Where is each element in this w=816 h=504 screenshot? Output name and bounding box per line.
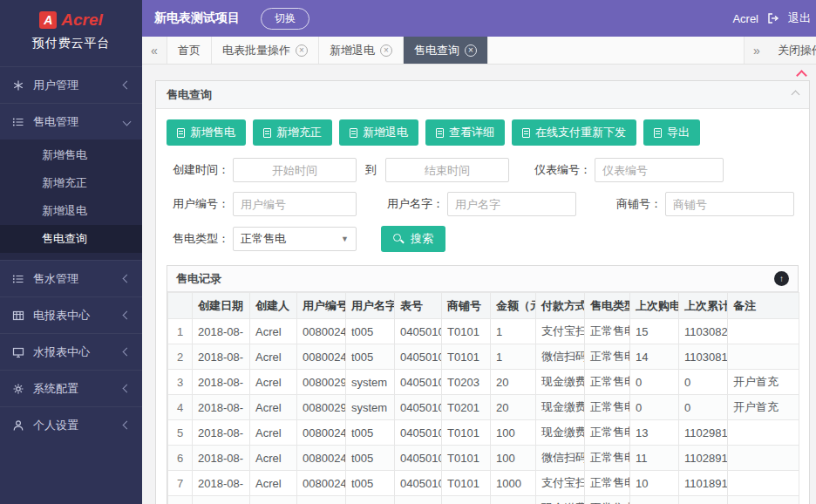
tabs-scroll-right-button[interactable]: »: [744, 37, 769, 64]
table-row[interactable]: 52018-08-Acrel0080024t0050405010T0101100…: [168, 420, 799, 446]
close-tab-icon[interactable]: ×: [296, 44, 308, 57]
sidebar-item-label: 用户管理: [33, 78, 124, 93]
table-row[interactable]: 62018-08-Acrel0080024t0050405010T0101100…: [168, 446, 799, 471]
table-cell: 0405010: [395, 471, 442, 496]
sidebar-item-sale-management[interactable]: 售电管理: [0, 103, 142, 140]
column-header: 用户名字: [346, 293, 395, 319]
table-cell: t005: [346, 496, 395, 504]
sidebar-subitem-new-recharge[interactable]: 新增充正: [0, 169, 142, 197]
table-cell: t005: [346, 471, 395, 496]
table-row[interactable]: 72018-08-Acrel0080024t0050405010T0101100…: [168, 471, 799, 496]
records-title: 售电记录: [176, 271, 774, 287]
column-header: 备注: [728, 293, 799, 319]
table-cell: 0405010: [395, 446, 442, 471]
new-refund-button[interactable]: 新增退电: [339, 119, 418, 146]
new-sale-button[interactable]: 新增售电: [167, 119, 246, 146]
sidebar-item-electric-report-center[interactable]: 电报表中心: [0, 296, 142, 333]
switch-project-button[interactable]: 切换: [261, 8, 309, 30]
table-cell: Acrel: [250, 319, 297, 344]
sidebar-subitem-new-refund[interactable]: 新增退电: [0, 197, 142, 225]
collapse-panel-icon[interactable]: [792, 91, 800, 99]
online-pay-resend-button[interactable]: 在线支付重新下发: [512, 119, 636, 146]
logout-icon[interactable]: [767, 12, 779, 24]
app-window: A Acrel 预付费云平台 用户管理 售电管理 新增售电: [0, 0, 816, 504]
tab-new-refund[interactable]: 新增退电 ×: [319, 37, 404, 64]
monitor-icon: [12, 346, 33, 358]
acrel-logo-icon: A: [39, 11, 57, 29]
end-time-input[interactable]: [385, 158, 509, 182]
table-cell: 2018-08-: [193, 471, 250, 496]
table-cell: 2018-08-: [193, 395, 250, 420]
table-cell: Acrel: [250, 420, 297, 446]
scroll-top-icon[interactable]: ↑: [774, 271, 789, 286]
caret-down-icon: ▼: [341, 235, 349, 243]
table-cell: 0405010: [395, 496, 442, 504]
sidebar-subitem-new-sale[interactable]: 新增售电: [0, 141, 142, 169]
export-button[interactable]: 导出: [643, 119, 700, 146]
sidebar-item-personal-settings[interactable]: 个人设置: [0, 406, 142, 443]
document-icon: [263, 128, 271, 138]
table-cell: 正常售电: [585, 395, 630, 420]
column-header: 表号: [395, 293, 442, 319]
sale-type-select[interactable]: 正常售电 ▼: [233, 227, 357, 251]
table-row[interactable]: 32018-08-Acrel0080029system0405010T02032…: [168, 370, 799, 395]
create-time-label: 创建时间：: [167, 162, 229, 178]
table-row[interactable]: 42018-08-Acrel0080029system0405010T02012…: [168, 395, 799, 420]
to-label: 到: [365, 162, 377, 178]
query-panel: 售电查询 新增售电 新增充正 新增退电: [155, 80, 810, 504]
table-cell: T0101: [442, 319, 491, 344]
table-cell: 0080024: [297, 319, 346, 344]
table-cell: 正常售电: [585, 446, 630, 471]
column-header: 用户编号: [297, 293, 346, 319]
sidebar-item-label: 电报表中心: [33, 308, 124, 324]
close-tab-icon[interactable]: ×: [380, 44, 392, 57]
tab-label: 电表批量操作: [222, 43, 290, 58]
column-header: 创建人: [250, 293, 297, 319]
table-cell: system: [346, 395, 395, 420]
view-detail-button[interactable]: 查看详细: [425, 119, 505, 146]
meter-no-input[interactable]: [595, 158, 724, 182]
records-table: 创建日期创建人用户编号用户名字表号商铺号金额（元付款方式售电类型上次购电上次累计…: [167, 292, 799, 504]
region-collapse-icon[interactable]: [798, 67, 806, 83]
table-cell: 现金缴费: [536, 370, 585, 395]
document-icon: [177, 128, 185, 138]
table-cell: T0101: [442, 420, 491, 446]
table-row[interactable]: 12018-08-Acrel0080024t0050405010T01011支付…: [168, 319, 799, 344]
tab-label: 新增退电: [330, 43, 375, 58]
table-row[interactable]: 82018-08-Acrel0080024t0050405010T0101100…: [168, 496, 799, 504]
table-cell: 1100891.: [679, 496, 728, 504]
table-cell: T0203: [442, 370, 491, 395]
sidebar-subitem-sale-query[interactable]: 售电查询: [0, 225, 142, 253]
table-cell: 100: [491, 496, 536, 504]
tab-home[interactable]: 首页: [167, 37, 212, 64]
table-cell: 微信扫码支: [536, 446, 585, 471]
table-cell: 0080024: [297, 471, 346, 496]
close-operations-dropdown[interactable]: 关闭操作 ▾: [769, 37, 816, 64]
table-row[interactable]: 22018-08-Acrel0080024t0050405010T01011微信…: [168, 344, 799, 370]
tabs-scroll-left-button[interactable]: «: [142, 37, 167, 64]
document-icon: [350, 128, 357, 138]
start-time-input[interactable]: [233, 158, 357, 182]
close-tab-icon[interactable]: ×: [465, 44, 477, 57]
table-cell: 0405010: [395, 344, 442, 370]
table-cell: 100: [491, 446, 536, 471]
sidebar-item-user-management[interactable]: 用户管理: [0, 66, 142, 103]
user-name-input[interactable]: [447, 192, 576, 216]
table-cell: 2018-08-: [193, 420, 250, 446]
tab-sale-query[interactable]: 售电查询 ×: [404, 37, 488, 64]
search-button[interactable]: 搜索: [381, 226, 445, 252]
sidebar-item-water-management[interactable]: 售水管理: [0, 260, 142, 296]
shop-no-input[interactable]: [665, 192, 794, 216]
logout-link[interactable]: 退出: [788, 10, 811, 26]
sidebar-item-water-report-center[interactable]: 水报表中心: [0, 333, 142, 370]
sidebar-menu: 用户管理 售电管理 新增售电 新增充正 新增退电 售电查询 售: [0, 66, 142, 443]
table-cell: 0080024: [297, 496, 346, 504]
tab-label: 首页: [178, 43, 201, 58]
row-index: 4: [168, 395, 193, 420]
sidebar-item-system-config[interactable]: 系统配置: [0, 370, 142, 406]
button-label: 查看详细: [449, 125, 494, 140]
table-cell: 0: [679, 395, 728, 420]
tab-meter-batch[interactable]: 电表批量操作 ×: [212, 37, 319, 64]
user-no-input[interactable]: [233, 192, 357, 216]
new-recharge-button[interactable]: 新增充正: [253, 119, 332, 146]
